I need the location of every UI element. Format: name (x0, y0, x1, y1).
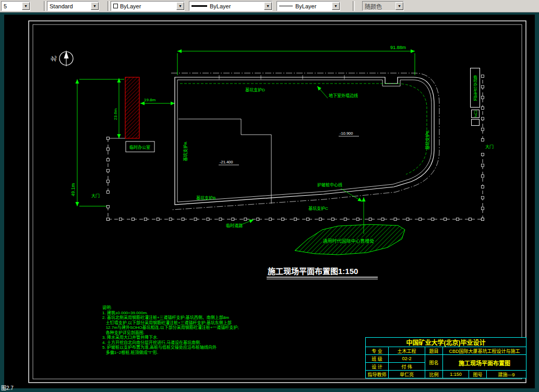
cad-window: { "toolbar": { "combos": { "partial": "5… (0, 0, 539, 392)
tb-cell: 图号 (469, 371, 487, 378)
pile-centerline-label: 护坡桩中心线 (317, 182, 342, 187)
titleblock-drawing-name: 施工现场平面布置图 (443, 355, 526, 371)
tb-cell: 班 级 (366, 355, 389, 363)
tb-cell: 02-2 (389, 355, 425, 363)
linetype-icon (279, 6, 293, 6)
zoom-scale-combo[interactable]: 5 ▼ (1, 1, 30, 11)
guard-box: 门卫 (471, 110, 480, 118)
dim-top-label: 91.88m (390, 45, 406, 50)
chevron-down-icon[interactable]: ▼ (332, 2, 340, 10)
sales-center: 通用时代国际中心售楼处 (295, 224, 405, 255)
text-style-value: Standard (50, 3, 73, 9)
support-c-label: 基坑支护C (308, 206, 328, 211)
north-arrow: 北 (51, 51, 73, 66)
support-e-label: 基坑支护E (425, 130, 430, 149)
tb-cell: 建施—9 (487, 371, 526, 378)
toolbar-separator (107, 1, 110, 11)
guard-label: 门卫 (474, 111, 477, 117)
tb-cell: 题目 (425, 347, 443, 355)
utility-box (471, 119, 480, 126)
linetype-combo[interactable]: ByLayer ▼ (277, 1, 340, 11)
notes-block: 说明: 1. 建筑±0.000=39.000m. 2. 基坑北侧采用钢筋砼灌注桩… (102, 305, 264, 355)
tb-cell: 比例 (425, 371, 443, 378)
dim-left-label: 49.1m (70, 183, 76, 196)
chevron-down-icon: ▼ (396, 2, 403, 10)
drawing-canvas[interactable]: 北 91.88m 49.1m 19.8m 23.6m (4, 15, 535, 388)
drawing-title-text: 施工现场平面布置图1:150 (268, 267, 358, 276)
pit-outer-wall (175, 77, 434, 205)
linetype-value: ByLayer (295, 3, 316, 9)
lineweight-icon (191, 5, 207, 7)
north-label: 北 (51, 56, 57, 62)
temp-building (125, 77, 139, 138)
toolbar: 5 ▼ Standard ▼ ByLayer ▼ ByLayer ▼ ByLay… (0, 0, 539, 13)
dim-office-width-label: 19.8m (144, 98, 156, 102)
figure-caption: 图2.7 (1, 384, 14, 391)
sales-center-label: 通用时代国际中心售楼处 (322, 238, 374, 244)
toolbar-separator (353, 1, 355, 11)
tb-cell: 设 计 (366, 363, 389, 371)
note-line: 12.7m与建外SOHO基坑相连,以下部分采用钢筋砼灌注桩+一道锚杆支护; (102, 325, 264, 330)
tb-cell: 单仁亮 (389, 371, 425, 378)
pile-centerline (171, 73, 439, 210)
tb-cell: 指导教师 (366, 371, 389, 378)
tb-cell: 专 业 (366, 347, 389, 355)
note-line: 2. 基坑北侧采用钢筋砼灌注桩+三道锚杆支护;基坑西侧、南侧上部8m (102, 315, 264, 320)
tb-cell: 图名 (425, 355, 443, 371)
elevation-deep: -21.400 (220, 160, 233, 164)
note-line: 说明: (102, 305, 264, 311)
chevron-down-icon[interactable]: ▼ (264, 2, 272, 10)
toolbar-separator (44, 1, 46, 11)
note-line: 5. 护坡桩以支护布置为准,高桩与低桩交接处应沿布桩轴线向外 (102, 345, 264, 350)
gate-right-label: 大门 (485, 144, 494, 149)
tb-cell: 1:150 (443, 371, 469, 378)
temp-office-box: 临时办公室 (126, 141, 154, 152)
gate-left-label: 大门 (91, 193, 100, 198)
drawing-title: 施工现场平面布置图1:150 (267, 267, 378, 279)
excavation-pit (171, 73, 439, 210)
annotations: 基坑支护D 地下室外墙边线 基坑支护A 基坑支护B 基坑支护C 基坑支护E 护坡… (91, 86, 494, 234)
office-area-label: 临时办公生活区 (473, 75, 477, 101)
note-line: 1. 建筑±0.000=39.000m. (102, 311, 264, 316)
basement-wall-line (180, 84, 427, 174)
lineweight-combo[interactable]: ByLayer ▼ (189, 1, 272, 11)
note-line: 4. 土方开挖自北向南分层开挖进行,马道设在基坑南侧. (102, 340, 264, 346)
text-style-combo[interactable]: Standard ▼ (47, 1, 99, 11)
plot-style-combo[interactable]: 随颜色 ▼ (362, 1, 404, 11)
tb-cell: CBD国际大厦基坑工程设计与施工 (443, 347, 526, 355)
note-line: 多偏1~2根桩,桩顶做成"T"形. (102, 350, 264, 355)
basement-wall-label: 地下室外墙边线 (329, 93, 358, 98)
tb-cell: 付 伟 (389, 363, 425, 371)
dimensions: 91.88m 49.1m 19.8m 23.6m (70, 45, 415, 206)
color-swatch-icon (113, 4, 118, 8)
elevation-shallow: -10.900 (340, 131, 353, 136)
chevron-down-icon[interactable]: ▼ (91, 2, 99, 10)
support-b-label: 基坑支护B (196, 195, 215, 200)
lineweight-value: ByLayer (210, 3, 231, 9)
chevron-down-icon[interactable]: ▼ (176, 2, 184, 10)
tb-cell: 土木工程 (389, 347, 425, 355)
elevation-marks: -21.400 -10.900 (219, 131, 359, 165)
note-line: 3. 降水采用大口井管井降下水. (102, 335, 264, 340)
note-line: 各种支护详见剖面图. (102, 330, 264, 336)
plot-style-value: 随颜色 (365, 2, 382, 10)
temp-office-label: 临时办公室 (129, 145, 150, 150)
support-d-label: 基坑支护D (245, 87, 265, 92)
pit-inner-wall (177, 80, 432, 202)
zoom-scale-value: 5 (4, 3, 7, 9)
color-value: ByLayer (120, 3, 141, 9)
site-plan-drawing: 北 91.88m 49.1m 19.8m 23.6m (4, 15, 535, 388)
support-a-label: 基坑支护A (183, 141, 188, 161)
office-area-box: 临时办公生活区 (470, 68, 480, 108)
dim-office-height-label: 23.6m (113, 108, 118, 120)
title-block: 中国矿业大学(北京)毕业设计 专 业 土木工程 题目 CBD国际大厦基坑工程设计… (365, 337, 526, 378)
titleblock-university: 中国矿业大学(北京)毕业设计 (366, 338, 526, 347)
note-line: 土钉墙支护,以下部分采用钢筋砼灌注桩+三道锚杆支护;基坑东侧上部 (102, 320, 264, 326)
temp-road-label: 临时道路 (226, 223, 243, 228)
color-combo[interactable]: ByLayer ▼ (111, 1, 185, 11)
chevron-down-icon[interactable]: ▼ (22, 2, 30, 10)
